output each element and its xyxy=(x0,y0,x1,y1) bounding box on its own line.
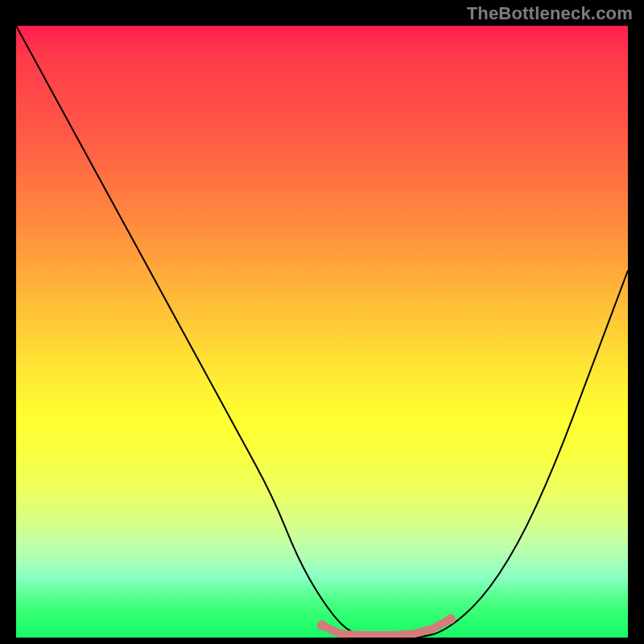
chart-frame xyxy=(16,26,628,638)
page-root: TheBottleneck.com xyxy=(0,0,644,644)
chart-plot-area xyxy=(16,26,628,638)
chart-background-gradient xyxy=(16,26,628,638)
attribution-label: TheBottleneck.com xyxy=(467,3,633,24)
